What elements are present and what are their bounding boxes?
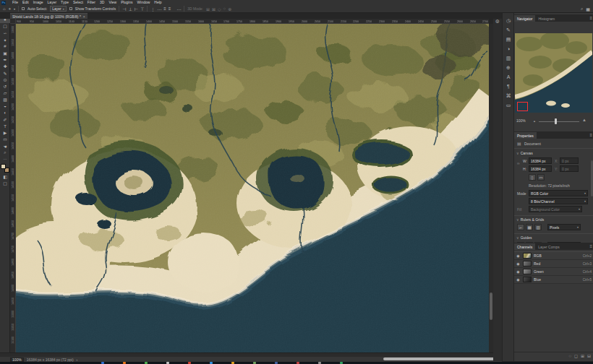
history-brush-tool[interactable]: ↺	[0, 83, 10, 90]
timeline-icon[interactable]: ▭	[503, 100, 514, 110]
align-top-icon[interactable]: ⊤	[140, 6, 144, 12]
taskbar-app-icon[interactable]	[188, 362, 191, 364]
blur-tool[interactable]: ◒	[0, 103, 10, 109]
channel-row[interactable]: ◉ Red Ctrl+3	[514, 260, 593, 268]
menu-item[interactable]: Type	[61, 0, 69, 5]
quick-mask-icon[interactable]: ◧	[0, 173, 10, 180]
channel-row[interactable]: ◉ RGB Ctrl+2	[514, 252, 593, 260]
path-selection-tool[interactable]: ▶	[0, 129, 10, 136]
search-icon[interactable]: ⌕	[581, 6, 583, 12]
visibility-eye-icon[interactable]: ◉	[516, 277, 521, 282]
taskbar-app-icon[interactable]	[210, 362, 213, 364]
tab-properties[interactable]: Properties	[514, 132, 537, 139]
taskbar-app-icon[interactable]	[275, 362, 278, 364]
distribute-left-edges-icon[interactable]: ≡	[163, 6, 166, 12]
grid-toggle-icon[interactable]: ▦	[526, 224, 533, 230]
brush-settings-icon[interactable]: ✎	[503, 25, 514, 35]
taskbar-app-icon[interactable]	[253, 362, 256, 364]
paragraph-icon[interactable]: ¶	[503, 82, 514, 91]
align-right-icon[interactable]: ⊢	[135, 6, 138, 12]
units-dropdown[interactable]: Pixels▾	[547, 224, 581, 230]
eyedropper-tool[interactable]: ✒	[0, 56, 10, 63]
marquee-tool[interactable]: ☐	[0, 23, 10, 30]
taskbar-app-icon[interactable]	[123, 362, 126, 364]
load-selection-icon[interactable]: ◌	[568, 354, 571, 358]
horizontal-scrollbar-thumb[interactable]	[383, 358, 506, 360]
panel-menu-icon[interactable]: ≡	[589, 16, 592, 20]
libraries-icon[interactable]: ▤	[503, 35, 514, 44]
tab-navigator[interactable]: Navigator	[514, 15, 535, 22]
taskbar-app-icon[interactable]	[166, 362, 169, 364]
dodge-tool[interactable]: ◐	[0, 110, 10, 116]
zoom-out-mountain-icon[interactable]: ▲	[533, 119, 536, 123]
distribute-right-edges-icon[interactable]: ≡	[168, 6, 171, 12]
type-tool[interactable]: T	[0, 123, 10, 129]
color-swatches[interactable]	[0, 163, 10, 173]
character-icon[interactable]: A	[503, 72, 514, 82]
landscape-orientation-button[interactable]: ▭	[537, 174, 545, 181]
styles-icon[interactable]: ▥	[503, 53, 514, 63]
ruler-origin-box[interactable]	[10, 19, 16, 24]
height-field[interactable]: 16384 px	[529, 165, 552, 172]
tab-histogram[interactable]: Histogram	[535, 15, 558, 22]
menu-item[interactable]: Plugins	[121, 0, 132, 5]
taskbar-app-icon[interactable]	[101, 362, 104, 364]
align-center-horizontal-icon[interactable]: ⊥	[128, 6, 132, 12]
new-channel-icon[interactable]: ⊞	[581, 353, 584, 358]
healing-brush-tool[interactable]: ✚	[0, 63, 10, 69]
frame-tool[interactable]: ▣	[0, 50, 10, 56]
tool-preset-chevron-icon[interactable]: ▾	[14, 7, 15, 11]
document-tab[interactable]: Shield Lands 18-16.jpg @ 100% (RGB/8) * …	[10, 13, 88, 19]
shape-tool[interactable]: ▭	[0, 136, 10, 142]
delete-channel-icon[interactable]: ⊟	[587, 353, 591, 358]
menu-item[interactable]: Filter	[88, 0, 95, 5]
channel-row[interactable]: ◉ Blue Ctrl+5	[514, 276, 593, 284]
eraser-tool[interactable]: ▱	[0, 90, 10, 96]
menu-item[interactable]: File	[12, 0, 18, 5]
menu-item[interactable]: Edit	[22, 0, 29, 5]
taskbar-app-icon[interactable]	[318, 362, 321, 364]
gradient-tool[interactable]: ▨	[0, 96, 10, 103]
adjustments-icon[interactable]: ◑	[503, 44, 514, 53]
collapse-panels-icon[interactable]: ⊚	[495, 19, 500, 24]
canvas-section-header[interactable]: ∨Canvas	[516, 151, 533, 155]
menu-item[interactable]: View	[108, 0, 116, 5]
more-options-icon[interactable]: ⋯	[176, 6, 181, 12]
edit-toolbar-icon[interactable]: ⋯	[0, 156, 10, 162]
tab-layer-comps[interactable]: Layer Comps	[535, 243, 563, 250]
taskbar-app-icon[interactable]	[340, 362, 343, 364]
bit-depth-dropdown[interactable]: 8 Bits/Channel▾	[529, 198, 588, 204]
home-icon[interactable]: ⌂	[3, 6, 6, 11]
panel-menu-icon[interactable]: ≡	[589, 244, 592, 248]
auto-select-target-dropdown[interactable]: Layer ▾	[50, 6, 67, 12]
hand-tool[interactable]: ☚	[0, 143, 10, 150]
menu-item[interactable]: Select	[73, 0, 83, 5]
pen-tool[interactable]: ✐	[0, 116, 10, 123]
align-left-icon[interactable]: ⊣	[122, 6, 126, 12]
rulers-grids-section-header[interactable]: ∨Rulers & Grids	[516, 217, 544, 222]
move-tool-icon[interactable]: ⌖	[9, 6, 11, 12]
width-field[interactable]: 16384 px	[529, 157, 552, 164]
history-icon[interactable]: ◷	[503, 16, 514, 25]
guides-section-header[interactable]: ∨Guides	[516, 235, 532, 240]
visibility-eye-icon[interactable]: ◉	[516, 261, 521, 266]
menu-item[interactable]: Layer	[48, 0, 57, 5]
status-zoom-field[interactable]: 100%	[10, 358, 24, 362]
visibility-eye-icon[interactable]: ◉	[516, 254, 521, 258]
ruler-toggle-icon[interactable]: ⌐	[517, 224, 524, 230]
show-transform-checkbox[interactable]	[69, 7, 72, 10]
auto-select-checkbox[interactable]	[22, 7, 25, 10]
channel-row[interactable]: ◉ Green Ctrl+4	[514, 268, 593, 276]
screen-mode-icon[interactable]: ▢	[0, 180, 10, 186]
portrait-orientation-button[interactable]: ▯	[529, 174, 536, 181]
vertical-ruler[interactable]: 1390013950140001405014100141501420014250…	[10, 24, 16, 352]
navigator-thumbnail[interactable]	[515, 33, 592, 113]
clone-stamp-tool[interactable]: ⊙	[0, 77, 10, 83]
navigator-view-box[interactable]	[517, 102, 528, 111]
menu-item[interactable]: Image	[33, 0, 43, 5]
save-selection-icon[interactable]: ◻	[574, 353, 578, 358]
workspace-switcher-icon[interactable]: ▦	[586, 6, 590, 12]
crop-tool[interactable]: #	[0, 43, 10, 50]
tab-channels[interactable]: Channels	[514, 243, 535, 250]
close-icon[interactable]: ×	[83, 14, 85, 19]
